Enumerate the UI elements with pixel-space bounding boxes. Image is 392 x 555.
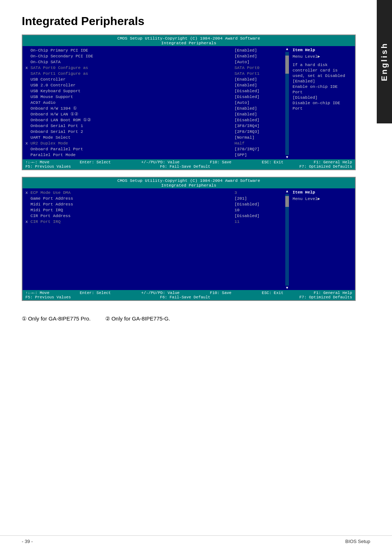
footer-save-1: F10: Save xyxy=(210,160,231,164)
table-row: Onboard H/W LAN ①②[Enabled] xyxy=(25,111,282,117)
row-value: [Enabled] xyxy=(234,111,282,117)
footer-save-2: F10: Save xyxy=(210,291,231,295)
footer-failsave-1: F6: Fail-Save Default xyxy=(160,164,211,169)
table-row: SATA Port1 Configure asSATA Port1 xyxy=(25,71,282,77)
footnote-1-text: ① Only for GA-8IPE775 Pro. xyxy=(22,315,91,322)
table-row: Onboard Serial Port 1[3F8/IRQ4] xyxy=(25,123,282,129)
scroll-thumb xyxy=(285,56,289,74)
row-value: SATA Port1 xyxy=(234,71,282,77)
row-value: [Disabled] xyxy=(234,88,282,94)
row-value: [2F8/IRQ3] xyxy=(234,129,282,135)
row-value: [Auto] xyxy=(234,59,282,65)
table-row: USB Keyboard Support[Disabled] xyxy=(25,88,282,94)
row-label: Midi Port IRQ xyxy=(30,207,234,213)
table-row: On-Chip SATA[Auto] xyxy=(25,59,282,65)
row-label: Onboard H/W 1394 ① xyxy=(30,106,234,111)
footer-optimized-1: F7: Optimized Defaults xyxy=(299,164,352,169)
footer-help-2: F1: General Help xyxy=(314,291,352,295)
row-value: Half xyxy=(234,140,282,146)
item-help-menu-level-2: Menu Level▶ xyxy=(293,196,352,201)
page-title: Integrated Peripherals xyxy=(22,15,356,28)
scrollbar-1[interactable]: ▲ ▼ xyxy=(285,46,290,159)
page-footer: - 39 - BIOS Setup xyxy=(0,535,392,544)
scroll-down-arrow-2[interactable]: ▼ xyxy=(286,286,288,290)
item-help-content-1: If a hard diskcontroller card isused, se… xyxy=(293,62,352,111)
row-value: [Enabled] xyxy=(234,82,282,88)
item-help-title-1: Item Help xyxy=(293,48,352,52)
footer-esc-2: ESC: Exit xyxy=(262,291,283,295)
row-value: [Disabled] xyxy=(234,213,282,219)
table-row: On-Chip Secondary PCI IDE[Enabled] xyxy=(25,53,282,59)
row-value: [3F8/IRQ4] xyxy=(234,123,282,129)
help-line: [Disabled] xyxy=(293,95,352,100)
row-value: [Enabled] xyxy=(234,77,282,82)
row-label: Parallel Port Mode xyxy=(30,152,234,158)
bios-header-line1: CMOS Setup Utility-Copyright (C) 1984-20… xyxy=(23,36,355,41)
row-value: [Auto] xyxy=(234,100,282,106)
help-line: If a hard disk xyxy=(293,62,352,68)
footer-enter-2: Enter: Select xyxy=(80,291,111,295)
footer-move-2: ↑↓→←: Move xyxy=(25,291,49,295)
bios-screen-1: CMOS Setup Utility-Copyright (C) 1984-20… xyxy=(22,34,356,170)
help-line: used, set at Disabled xyxy=(293,73,352,78)
row-label: Game Port Address xyxy=(30,196,234,201)
help-line: Enable on-chip IDE xyxy=(293,84,352,89)
bios-screen-2-footer: ↑↓→←: Move Enter: Select +/-/PU/PD: Valu… xyxy=(23,290,355,300)
table-row: Onboard Serial Port 2[2F8/IRQ3] xyxy=(25,129,282,135)
table-row: On-Chip Primary PCI IDE[Enabled] xyxy=(25,48,282,53)
row-label: ECP Mode Use DMA xyxy=(30,190,234,196)
row-value: [Disabled] xyxy=(234,117,282,123)
help-line: controller card is xyxy=(293,68,352,73)
row-label: SATA Port0 Configure as xyxy=(30,65,234,71)
scroll-thumb-2 xyxy=(285,196,289,207)
bios-screen-1-help: Item Help Menu Level▶ If a hard diskcont… xyxy=(290,46,355,159)
row-label: CIR Port IRQ xyxy=(30,219,234,225)
row-label: On-Chip Secondary PCI IDE xyxy=(30,53,234,59)
row-value: 3 xyxy=(234,190,282,196)
footer-row-4: F5: Previous Values F6: Fail-Save Defaul… xyxy=(25,295,352,299)
table-row: USB Mouse Support[Disabled] xyxy=(25,94,282,100)
bios-header2-line1: CMOS Setup Utility-Copyright (C) 1984-20… xyxy=(23,178,355,183)
row-value: [Enabled] xyxy=(234,106,282,111)
table-row: Onboard LAN Boot ROM ①②[Disabled] xyxy=(25,117,282,123)
table-row: Midi Port IRQ10 xyxy=(25,207,282,213)
scroll-down-arrow[interactable]: ▼ xyxy=(286,156,288,159)
row-value: [Disabled] xyxy=(234,201,282,207)
english-tab: English xyxy=(377,0,392,123)
row-label: UR2 Duplex Mode xyxy=(30,140,234,146)
footer-value-1: +/-/PU/PD: Value xyxy=(141,160,180,164)
bios-header-line2: Integrated Peripherals xyxy=(23,41,355,45)
bios-screen-2-help: Item Help Menu Level▶ xyxy=(290,188,355,290)
bios-screen-2-rows: xECP Mode Use DMA3Game Port Address[201]… xyxy=(23,188,285,290)
table-row: xECP Mode Use DMA3 xyxy=(25,190,282,196)
scrollbar-2[interactable]: ▲ ▼ xyxy=(285,188,290,290)
row-value: [Enabled] xyxy=(234,48,282,53)
bios-screen-1-rows: On-Chip Primary PCI IDE[Enabled]On-Chip … xyxy=(23,46,285,159)
item-help-title-2: Item Help xyxy=(293,190,352,195)
row-label: CIR Port Address xyxy=(30,213,234,219)
row-label: On-Chip SATA xyxy=(30,59,234,65)
table-row: Parallel Port Mode[SPP] xyxy=(25,152,282,158)
row-label: USB 2.0 Controller xyxy=(30,82,234,88)
row-x: x xyxy=(25,219,30,225)
table-row: UART Mode Select[Normal] xyxy=(25,135,282,140)
footnotes-section: ① Only for GA-8IPE775 Pro. ② Only for GA… xyxy=(22,315,356,322)
footnote-2-text: ② Only for GA-8IPE775-G. xyxy=(105,315,170,322)
row-value: 11 xyxy=(234,219,282,225)
table-row: Game Port Address[201] xyxy=(25,196,282,201)
scroll-up-arrow-2[interactable]: ▲ xyxy=(286,190,288,193)
footer-esc-1: ESC: Exit xyxy=(262,160,283,164)
row-value: [SPP] xyxy=(234,152,282,158)
help-line: Port xyxy=(293,106,352,111)
table-row: AC97 Audio[Auto] xyxy=(25,100,282,106)
table-row: Midi Port Address[Disabled] xyxy=(25,201,282,207)
row-value: [Enabled] xyxy=(234,53,282,59)
footer-help-1: F1: General Help xyxy=(314,160,352,164)
table-row: USB 2.0 Controller[Enabled] xyxy=(25,82,282,88)
table-row: xSATA Port0 Configure asSATA Port0 xyxy=(25,65,282,71)
row-label: SATA Port1 Configure as xyxy=(30,71,234,77)
row-value: [Normal] xyxy=(234,135,282,140)
scroll-up-arrow[interactable]: ▲ xyxy=(286,48,288,51)
row-label: USB Mouse Support xyxy=(30,94,234,100)
table-row: Onboard H/W 1394 ①[Enabled] xyxy=(25,106,282,111)
